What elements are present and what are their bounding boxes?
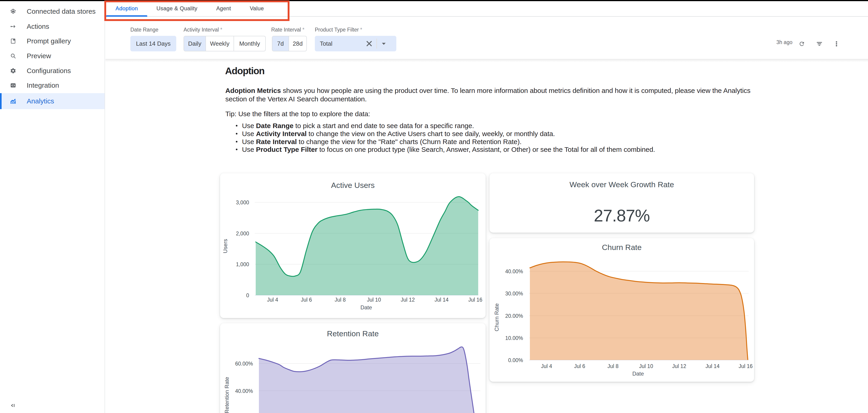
- svg-text:1,000: 1,000: [236, 261, 249, 267]
- svg-text:60.00%: 60.00%: [235, 361, 253, 367]
- svg-text:Jul 14: Jul 14: [434, 297, 448, 303]
- svg-text:40.00%: 40.00%: [235, 388, 253, 394]
- svg-text:Jul 14: Jul 14: [706, 363, 720, 369]
- svg-text:Jul 4: Jul 4: [541, 363, 552, 369]
- svg-text:Jul 8: Jul 8: [608, 363, 619, 369]
- svg-text:10.00%: 10.00%: [505, 335, 523, 341]
- svg-text:Jul 10: Jul 10: [639, 363, 653, 369]
- svg-text:Jul 8: Jul 8: [335, 297, 346, 303]
- svg-text:3,000: 3,000: [236, 199, 249, 205]
- svg-text:Jul 4: Jul 4: [267, 297, 278, 303]
- svg-text:Jul 12: Jul 12: [672, 363, 686, 369]
- svg-text:Date: Date: [361, 304, 372, 311]
- svg-text:2,000: 2,000: [236, 230, 249, 236]
- svg-text:Jul 16: Jul 16: [739, 363, 752, 369]
- svg-text:Retention Rate: Retention Rate: [224, 377, 230, 413]
- svg-text:Jul 16: Jul 16: [468, 297, 482, 303]
- svg-text:20.00%: 20.00%: [505, 313, 523, 319]
- svg-text:Jul 6: Jul 6: [574, 363, 585, 369]
- svg-text:0.00%: 0.00%: [508, 357, 523, 363]
- svg-text:40.00%: 40.00%: [505, 268, 523, 275]
- svg-text:0: 0: [246, 292, 249, 298]
- svg-text:Users: Users: [222, 239, 228, 253]
- svg-text:Jul 6: Jul 6: [301, 297, 312, 303]
- svg-text:Jul 12: Jul 12: [401, 297, 414, 303]
- svg-text:Churn Rate: Churn Rate: [494, 304, 500, 331]
- svg-text:30.00%: 30.00%: [505, 291, 523, 296]
- svg-text:Date: Date: [632, 371, 644, 377]
- svg-text:Jul 10: Jul 10: [367, 297, 381, 303]
